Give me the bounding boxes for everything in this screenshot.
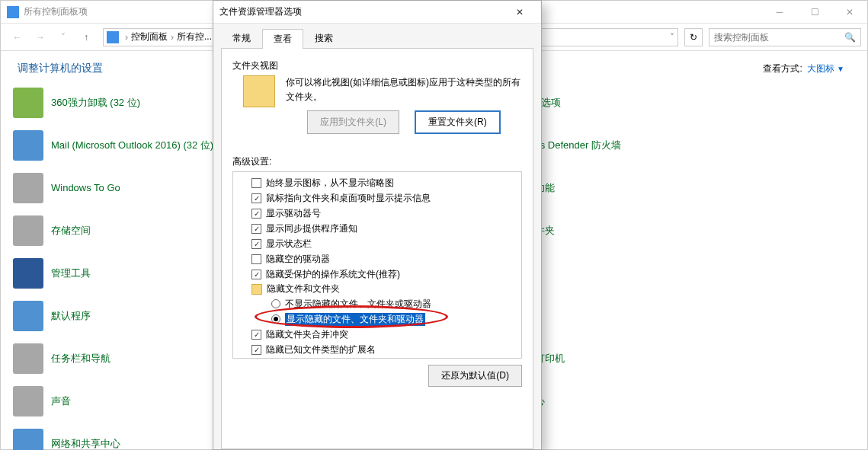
breadcrumb-seg-2[interactable]: 所有控... — [177, 30, 212, 43]
tree-checkbox-item[interactable]: 鼠标指向文件夹和桌面项时显示提示信息 — [238, 190, 517, 206]
back-button[interactable]: ← — [7, 27, 28, 48]
tree-checkbox-item[interactable]: 始终显示图标，从不显示缩略图 — [238, 175, 517, 190]
tree-radio-item[interactable]: 不显示隐藏的文件、文件夹或驱动器 — [238, 296, 517, 311]
tree-label: 始终显示图标，从不显示缩略图 — [266, 177, 394, 190]
tree-label: 隐藏空的驱动器 — [266, 253, 330, 266]
app-icon — [13, 88, 43, 118]
tree-checkbox-item[interactable]: 隐藏文件夹合并冲突 — [238, 327, 517, 342]
tree-label: 显示驱动器号 — [266, 207, 321, 220]
dialog-title: 文件资源管理器选项 — [219, 5, 504, 18]
advanced-settings-label: 高级设置: — [232, 155, 522, 168]
mail-icon — [13, 130, 43, 161]
breadcrumb-icon — [107, 31, 119, 43]
tree-label: 隐藏文件夹合并冲突 — [266, 328, 348, 341]
tree-label: 用彩色显示加密或压缩的 NTFS 文件 — [266, 359, 414, 359]
tree-label: 隐藏文件和文件夹 — [267, 282, 340, 295]
sound-icon — [13, 386, 43, 416]
tab-general[interactable]: 常规 — [221, 28, 262, 48]
refresh-button[interactable]: ↻ — [684, 28, 703, 46]
apply-to-folders-button: 应用到文件夹(L) — [307, 110, 399, 134]
tree-checkbox-item[interactable]: 显示同步提供程序通知 — [238, 221, 517, 236]
folder-view-heading: 文件夹视图 — [232, 59, 522, 72]
maximize-button[interactable]: ☐ — [797, 1, 832, 24]
dialog-titlebar: 文件资源管理器选项 ✕ — [213, 1, 541, 24]
folder-view-desc: 你可以将此视图(如详细信息或图标)应用于这种类型的所有文件夹。 — [286, 75, 522, 104]
breadcrumb-dropdown[interactable]: ˅ — [670, 32, 674, 43]
reset-folders-button[interactable]: 重置文件夹(R) — [415, 110, 501, 134]
tree-label: 显示隐藏的文件、文件夹和驱动器 — [285, 313, 425, 326]
search-icon: 🔍 — [844, 32, 856, 43]
checkbox-icon[interactable] — [251, 239, 261, 249]
checkbox-icon[interactable] — [251, 345, 261, 355]
close-button[interactable]: ✕ — [832, 1, 867, 24]
tree-label: 不显示隐藏的文件、文件夹或驱动器 — [285, 298, 431, 311]
page-title: 调整计算机的设置 — [18, 62, 103, 75]
tab-view[interactable]: 查看 — [262, 29, 303, 49]
view-by: 查看方式: 大图标 ▼ — [763, 62, 844, 75]
forward-button[interactable]: → — [30, 27, 51, 48]
checkbox-icon[interactable] — [251, 193, 261, 203]
taskbar-icon — [13, 343, 43, 374]
admin-tools-icon — [13, 258, 43, 289]
view-by-select[interactable]: 大图标 ▼ — [807, 62, 844, 75]
chevron-right-icon: › — [125, 32, 128, 43]
recent-dropdown[interactable]: ˅ — [53, 27, 74, 48]
tree-folder: 隐藏文件和文件夹 — [238, 282, 517, 296]
breadcrumb-seg-1[interactable]: 控制面板 — [131, 30, 168, 43]
tab-search[interactable]: 搜索 — [303, 28, 344, 48]
checkbox-icon[interactable] — [251, 178, 261, 188]
minimize-button[interactable]: ─ — [762, 1, 797, 24]
control-panel-icon — [7, 6, 19, 18]
tree-radio-item[interactable]: 显示隐藏的文件、文件夹和驱动器 — [238, 311, 517, 327]
chevron-down-icon: ▼ — [837, 65, 844, 73]
tree-checkbox-item[interactable]: 隐藏受保护的操作系统文件(推荐) — [238, 266, 517, 282]
radio-icon[interactable] — [271, 314, 280, 324]
tree-checkbox-item[interactable]: 显示状态栏 — [238, 236, 517, 251]
folder-options-dialog: 文件资源管理器选项 ✕ 常规 查看 搜索 文件夹视图 你可以将此视图(如详细信息… — [213, 0, 542, 450]
folder-icon — [251, 284, 262, 295]
checkbox-icon[interactable] — [251, 270, 261, 279]
tree-checkbox-item[interactable]: 用彩色显示加密或压缩的 NTFS 文件 — [238, 357, 517, 359]
tree-label: 隐藏受保护的操作系统文件(推荐) — [266, 268, 400, 281]
drive-icon — [13, 173, 43, 203]
checkbox-icon[interactable] — [251, 224, 261, 234]
search-input[interactable] — [714, 32, 844, 43]
tabstrip: 常规 查看 搜索 文件夹视图 你可以将此视图(如详细信息或图标)应用于这种类型的… — [213, 24, 541, 449]
tab-body-view: 文件夹视图 你可以将此视图(如详细信息或图标)应用于这种类型的所有文件夹。 应用… — [221, 49, 533, 449]
up-button[interactable]: ↑ — [75, 27, 97, 48]
window-controls: ─ ☐ ✕ — [762, 1, 867, 24]
folder-view-section: 你可以将此视图(如详细信息或图标)应用于这种类型的所有文件夹。 应用到文件夹(L… — [243, 75, 522, 134]
checkbox-icon[interactable] — [251, 330, 261, 340]
tree-checkbox-item[interactable]: 显示驱动器号 — [238, 206, 517, 221]
dialog-close-button[interactable]: ✕ — [504, 1, 535, 24]
tree-label: 显示同步提供程序通知 — [266, 222, 357, 235]
tree-label: 显示状态栏 — [266, 238, 312, 251]
storage-icon — [13, 215, 43, 246]
advanced-settings-tree[interactable]: 始终显示图标，从不显示缩略图鼠标指向文件夹和桌面项时显示提示信息显示驱动器号显示… — [232, 171, 522, 359]
tree-checkbox-item[interactable]: 隐藏已知文件类型的扩展名 — [238, 342, 517, 357]
search-box[interactable]: 🔍 — [709, 28, 861, 46]
tree-checkbox-item[interactable]: 隐藏空的驱动器 — [238, 251, 517, 266]
network-icon — [13, 429, 43, 450]
checkbox-icon[interactable] — [251, 254, 261, 264]
chevron-right-icon: › — [171, 32, 174, 43]
tree-label: 隐藏已知文件类型的扩展名 — [266, 343, 376, 356]
default-programs-icon — [13, 301, 43, 331]
view-by-label: 查看方式: — [763, 62, 802, 75]
radio-icon[interactable] — [271, 299, 280, 308]
tabs: 常规 查看 搜索 — [221, 28, 533, 49]
folder-icon — [243, 75, 275, 107]
checkbox-icon[interactable] — [251, 209, 261, 219]
tree-label: 鼠标指向文件夹和桌面项时显示提示信息 — [266, 192, 431, 205]
restore-defaults-button[interactable]: 还原为默认值(D) — [428, 365, 522, 387]
